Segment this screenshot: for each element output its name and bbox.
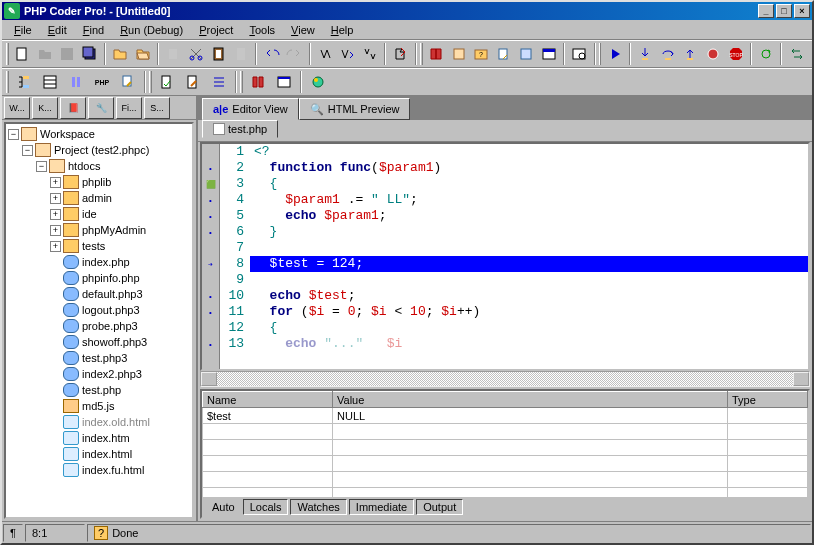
app-window: ✎ PHP Coder Pro! - [Untitled0] _ □ × Fil… [0, 0, 814, 545]
book-help-button[interactable] [516, 42, 537, 66]
stop-button[interactable]: STOP [725, 42, 746, 66]
step-over-button[interactable] [658, 42, 679, 66]
menu-tools[interactable]: Tools [241, 22, 283, 38]
menu-edit[interactable]: Edit [40, 22, 75, 38]
replace-button[interactable] [360, 42, 381, 66]
browser-help-button[interactable] [539, 42, 560, 66]
doc-check-button[interactable] [155, 70, 179, 94]
breakpoint-button[interactable] [703, 42, 724, 66]
menu-rundebug[interactable]: Run (Debug) [112, 22, 191, 38]
context-help-button[interactable]: ? [471, 42, 492, 66]
window-button[interactable] [272, 70, 296, 94]
menu-project[interactable]: Project [191, 22, 241, 38]
debug-tab-auto[interactable]: Auto [206, 500, 241, 514]
compose-button[interactable] [116, 70, 140, 94]
tree-node[interactable]: md5.js [8, 398, 190, 414]
menu-find[interactable]: Find [75, 22, 112, 38]
code-editor[interactable]: •🟩•••➔••• 12345678910111213 <? function … [200, 142, 810, 371]
new-file-button[interactable] [12, 42, 33, 66]
tree-node[interactable]: +ide [8, 206, 190, 222]
tree-node[interactable]: +admin [8, 190, 190, 206]
tree-view-button[interactable] [12, 70, 36, 94]
tree-node[interactable]: −htdocs [8, 158, 190, 174]
tree-node[interactable]: test.php [8, 382, 190, 398]
find-button[interactable] [315, 42, 336, 66]
tree-node[interactable]: test.php3 [8, 350, 190, 366]
tree-node[interactable]: index.html [8, 446, 190, 462]
open-folder-button[interactable] [110, 42, 131, 66]
tree-node[interactable]: index.fu.html [8, 462, 190, 478]
debug-tab-locals[interactable]: Locals [243, 499, 289, 515]
edit-help-button[interactable] [493, 42, 514, 66]
sidebar-tab-4[interactable]: Fi... [116, 97, 142, 119]
step-out-button[interactable] [680, 42, 701, 66]
tree-node[interactable]: +phpMyAdmin [8, 222, 190, 238]
grid-header[interactable]: Name [203, 392, 333, 408]
maximize-button[interactable]: □ [776, 4, 792, 18]
file-tab-test-php[interactable]: test.php [202, 120, 278, 138]
find-next-button[interactable] [337, 42, 358, 66]
redo-button[interactable] [284, 42, 305, 66]
php-help-button[interactable] [448, 42, 469, 66]
workspace-tree[interactable]: −Workspace−Project (test2.phpc)−htdocs+p… [4, 122, 194, 519]
tree-node[interactable]: index.old.html [8, 414, 190, 430]
menu-view[interactable]: View [283, 22, 323, 38]
tree-node[interactable]: phpinfo.php [8, 270, 190, 286]
refresh-button[interactable] [756, 42, 777, 66]
open-button[interactable] [34, 42, 55, 66]
list-button[interactable] [207, 70, 231, 94]
goto-button[interactable] [390, 42, 411, 66]
grid-header[interactable]: Type [728, 392, 808, 408]
tree-node[interactable]: −Project (test2.phpc) [8, 142, 190, 158]
tree-node[interactable]: default.php3 [8, 286, 190, 302]
debug-tab-immediate[interactable]: Immediate [349, 499, 414, 515]
tree-node[interactable]: index.php [8, 254, 190, 270]
html-preview-tab[interactable]: 🔍HTML Preview [299, 98, 411, 120]
open-project-button[interactable] [133, 42, 154, 66]
class-view-button[interactable] [38, 70, 62, 94]
minimize-button[interactable]: _ [758, 4, 774, 18]
cut-button[interactable] [186, 42, 207, 66]
tree-node[interactable]: +tests [8, 238, 190, 254]
tree-node[interactable]: showoff.php3 [8, 334, 190, 350]
sidebar-tab-1[interactable]: K... [32, 97, 58, 119]
menu-file[interactable]: File [6, 22, 40, 38]
copy-button[interactable] [163, 42, 184, 66]
step-into-button[interactable] [635, 42, 656, 66]
editor-scrollbar-h[interactable] [200, 371, 810, 387]
paste-button[interactable] [231, 42, 252, 66]
db-view-button[interactable] [64, 70, 88, 94]
tree-node[interactable]: probe.php3 [8, 318, 190, 334]
svg-rect-16 [543, 49, 555, 52]
app-icon: ✎ [4, 3, 20, 19]
menu-help[interactable]: Help [323, 22, 362, 38]
variable-row[interactable]: $testNULL [203, 408, 808, 424]
run-button[interactable] [604, 42, 625, 66]
books-button[interactable] [246, 70, 270, 94]
sidebar-tab-3[interactable]: 🔧 [88, 97, 114, 119]
doc-edit-button[interactable] [181, 70, 205, 94]
sidebar-tab-0[interactable]: W... [4, 97, 30, 119]
help-book-button[interactable] [426, 42, 447, 66]
clipboard-button[interactable] [208, 42, 229, 66]
close-button[interactable]: × [794, 4, 810, 18]
tree-node[interactable]: −Workspace [8, 126, 190, 142]
sync-button[interactable] [786, 42, 807, 66]
preview-button[interactable] [569, 42, 590, 66]
editor-view-tab[interactable]: a|eEditor View [202, 98, 299, 120]
debug-tab-output[interactable]: Output [416, 499, 463, 515]
undo-button[interactable] [261, 42, 282, 66]
tree-node[interactable]: index.htm [8, 430, 190, 446]
php-label-button[interactable]: PHP [90, 70, 114, 94]
sidebar-tab-5[interactable]: S... [144, 97, 170, 119]
globe-button[interactable] [306, 70, 330, 94]
tree-node[interactable]: +phplib [8, 174, 190, 190]
save-button[interactable] [57, 42, 78, 66]
variables-grid[interactable]: NameValueType$testNULL [202, 391, 808, 497]
debug-tab-watches[interactable]: Watches [290, 499, 346, 515]
tree-node[interactable]: logout.php3 [8, 302, 190, 318]
save-all-button[interactable] [80, 42, 101, 66]
tree-node[interactable]: index2.php3 [8, 366, 190, 382]
grid-header[interactable]: Value [333, 392, 728, 408]
sidebar-tab-2[interactable]: 📕 [60, 97, 86, 119]
